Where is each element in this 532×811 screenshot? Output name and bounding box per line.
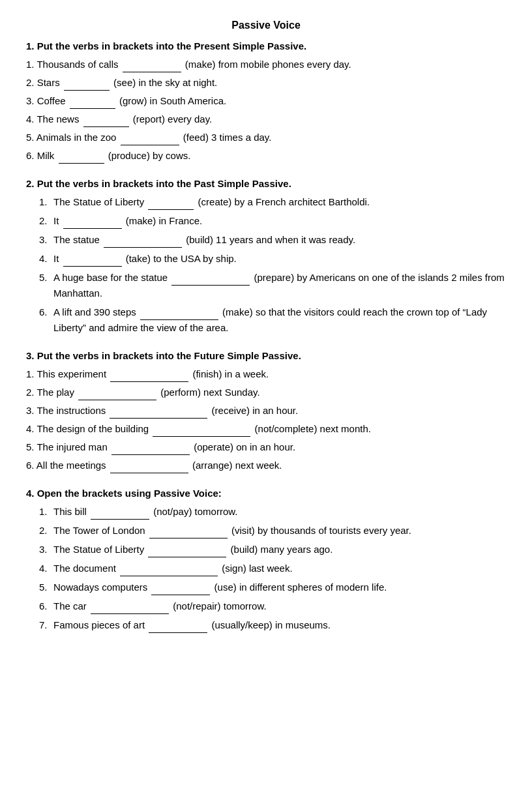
item-text: Famous pieces of art (usually/keep) in m… xyxy=(53,617,506,633)
item-num: 2. xyxy=(39,213,53,229)
list-item: 7. Famous pieces of art (usually/keep) i… xyxy=(26,617,506,633)
item-num: 6. xyxy=(26,150,37,161)
item-text: The statue (build) 11 years and when it … xyxy=(53,232,506,248)
section-3: 3. Put the verbs in brackets into the Fu… xyxy=(26,350,506,473)
item-num: 7. xyxy=(39,617,53,633)
item-num: 5. xyxy=(39,580,53,595)
item-num: 2. xyxy=(26,77,37,88)
item-text: The car (not/repair) tomorrow. xyxy=(53,598,506,614)
section-4-heading: 4. Open the brackets using Passive Voice… xyxy=(26,488,506,499)
item-num: 6. xyxy=(26,460,37,471)
list-item: 2. Stars (see) in the sky at night. xyxy=(26,75,506,91)
answer-blank[interactable] xyxy=(123,62,181,72)
item-num: 5. xyxy=(26,441,37,452)
list-item: 6. A lift and 390 steps (make) so that t… xyxy=(26,304,506,336)
answer-blank[interactable] xyxy=(63,256,122,267)
list-item: 6. Milk (produce) by cows. xyxy=(26,148,506,164)
list-item: 3. The statue (build) 11 years and when … xyxy=(26,232,506,248)
item-suffix: (finish) in a week. xyxy=(190,368,269,379)
answer-blank[interactable] xyxy=(120,566,218,576)
item-suffix: (operate) on in an hour. xyxy=(191,441,295,452)
list-item: 3. The instructions (receive) in an hour… xyxy=(26,403,506,419)
item-verb: (make) from mobile phones every day. xyxy=(183,59,351,70)
section-4: 4. Open the brackets using Passive Voice… xyxy=(26,488,506,633)
item-prefix: Milk xyxy=(37,150,57,161)
answer-blank[interactable] xyxy=(59,153,104,164)
item-num: 3. xyxy=(26,95,37,106)
item-prefix: The play xyxy=(37,387,77,398)
answer-blank[interactable] xyxy=(140,310,218,320)
answer-blank[interactable] xyxy=(78,390,156,400)
answer-blank[interactable] xyxy=(91,604,169,614)
item-text: A huge base for the statue (prepare) by … xyxy=(53,270,506,301)
answer-blank[interactable] xyxy=(153,426,250,437)
list-item: 1. The Statue of Liberty (create) by a F… xyxy=(26,194,506,210)
item-prefix: The design of the building xyxy=(37,423,151,434)
answer-blank[interactable] xyxy=(121,135,179,145)
item-num: 6. xyxy=(39,304,53,320)
answer-blank[interactable] xyxy=(151,585,210,595)
answer-blank[interactable] xyxy=(148,199,194,210)
item-text: This bill (not/pay) tomorrow. xyxy=(53,504,506,520)
section-2-heading: 2. Put the verbs in brackets into the Pa… xyxy=(26,178,506,189)
item-verb: (grow) in South America. xyxy=(117,95,226,106)
answer-blank[interactable] xyxy=(110,463,188,473)
section-2: 2. Put the verbs in brackets into the Pa… xyxy=(26,178,506,336)
list-item: 5. Animals in the zoo (feed) 3 times a d… xyxy=(26,130,506,145)
answer-blank[interactable] xyxy=(110,372,188,382)
item-suffix: (receive) in an hour. xyxy=(209,405,298,416)
item-verb: (feed) 3 times a day. xyxy=(181,132,272,143)
answer-blank[interactable] xyxy=(70,98,115,109)
item-num: 2. xyxy=(26,387,37,398)
item-text: The Tower of London (visit) by thousands… xyxy=(53,523,506,538)
list-item: 2. The play (perform) next Sunday. xyxy=(26,385,506,400)
item-text: The Statue of Liberty (build) many years… xyxy=(53,542,506,557)
answer-blank[interactable] xyxy=(83,117,129,127)
item-num: 6. xyxy=(39,598,53,614)
answer-blank[interactable] xyxy=(171,275,250,286)
answer-blank[interactable] xyxy=(110,408,207,419)
section-3-heading: 3. Put the verbs in brackets into the Fu… xyxy=(26,350,506,361)
answer-blank[interactable] xyxy=(111,445,190,455)
list-item: 4. The document (sign) last week. xyxy=(26,561,506,576)
list-item: 1. Thousands of calls (make) from mobile… xyxy=(26,57,506,72)
list-item: 3. The Statue of Liberty (build) many ye… xyxy=(26,542,506,557)
section-1-heading: 1. Put the verbs in brackets into the Pr… xyxy=(26,40,506,52)
item-prefix: The news xyxy=(37,113,81,125)
item-num: 1. xyxy=(26,59,37,70)
item-num: 4. xyxy=(39,561,53,576)
item-text: It (take) to the USA by ship. xyxy=(53,251,506,267)
item-verb: (produce) by cows. xyxy=(106,150,191,161)
item-num: 3. xyxy=(39,542,53,557)
item-suffix: (arrange) next week. xyxy=(190,460,282,471)
item-num: 1. xyxy=(39,504,53,520)
item-prefix: This experiment xyxy=(37,368,109,379)
item-num: 5. xyxy=(26,132,37,143)
item-prefix: All the meetings xyxy=(37,460,109,471)
item-text: A lift and 390 steps (make) so that the … xyxy=(53,304,506,336)
list-item: 6. All the meetings (arrange) next week. xyxy=(26,458,506,473)
list-item: 5. Nowadays computers (use) in different… xyxy=(26,580,506,595)
item-text: The Statue of Liberty (create) by a Fren… xyxy=(53,194,506,210)
answer-blank[interactable] xyxy=(63,218,122,229)
item-text: Nowadays computers (use) in different sp… xyxy=(53,580,506,595)
item-num: 5. xyxy=(39,270,53,286)
list-item: 6. The car (not/repair) tomorrow. xyxy=(26,598,506,614)
answer-blank[interactable] xyxy=(91,509,149,520)
answer-blank[interactable] xyxy=(149,528,228,538)
answer-blank[interactable] xyxy=(104,237,182,248)
answer-blank[interactable] xyxy=(148,547,226,557)
item-verb: (see) in the sky at night. xyxy=(111,77,217,88)
list-item: 2. It (make) in France. xyxy=(26,213,506,229)
item-prefix: Animals in the zoo xyxy=(37,132,119,143)
item-verb: (report) every day. xyxy=(130,113,213,125)
item-num: 4. xyxy=(39,251,53,267)
section-1: 1. Put the verbs in brackets into the Pr… xyxy=(26,40,506,164)
item-num: 4. xyxy=(26,423,37,434)
item-text: It (make) in France. xyxy=(53,213,506,229)
list-item: 5. The injured man (operate) on in an ho… xyxy=(26,439,506,455)
answer-blank[interactable] xyxy=(149,623,207,633)
list-item: 5. A huge base for the statue (prepare) … xyxy=(26,270,506,301)
list-item: 4. The design of the building (not/compl… xyxy=(26,421,506,437)
answer-blank[interactable] xyxy=(64,80,110,91)
